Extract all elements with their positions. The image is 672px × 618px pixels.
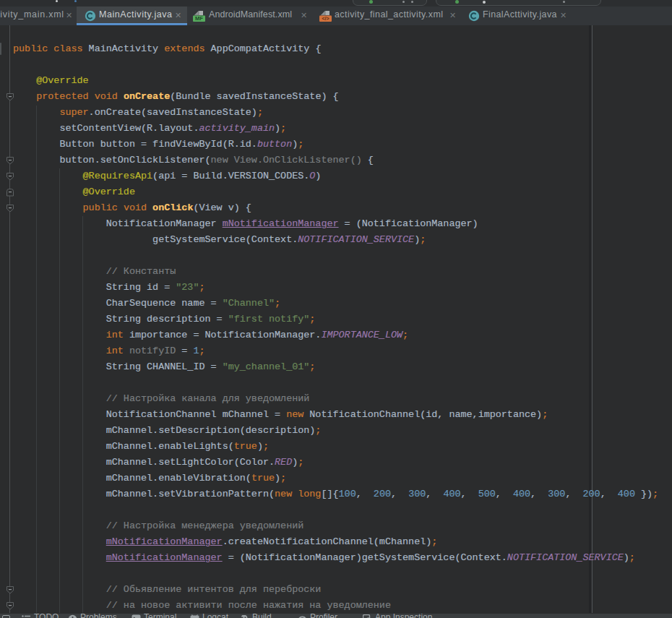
svg-text:</>: </> <box>322 16 329 21</box>
svg-text:MF: MF <box>195 15 203 22</box>
